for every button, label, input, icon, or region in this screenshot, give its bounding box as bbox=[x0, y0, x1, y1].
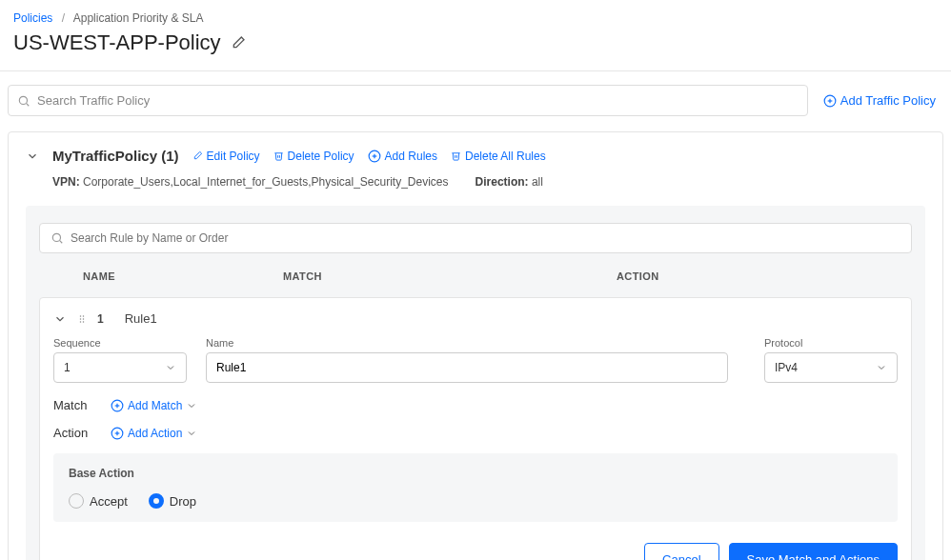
svg-point-13 bbox=[83, 318, 85, 320]
sequence-value: 1 bbox=[64, 361, 71, 374]
breadcrumb: Policies / Application Priority & SLA bbox=[0, 0, 951, 30]
radio-circle-checked-icon bbox=[149, 493, 164, 509]
delete-all-rules-link[interactable]: Delete All Rules bbox=[451, 150, 546, 163]
trash-icon bbox=[451, 150, 461, 161]
breadcrumb-separator: / bbox=[62, 11, 65, 25]
svg-point-8 bbox=[52, 233, 60, 241]
svg-line-9 bbox=[60, 241, 63, 244]
add-traffic-policy-link[interactable]: Add Traffic Policy bbox=[823, 93, 936, 108]
radio-accept[interactable]: Accept bbox=[69, 493, 128, 509]
rules-panel: NAME MATCH ACTION 1 Rule1 Sequence 1 bbox=[26, 206, 925, 560]
sequence-select[interactable]: 1 bbox=[53, 352, 187, 383]
trash-icon bbox=[273, 150, 284, 161]
chevron-down-icon bbox=[876, 362, 887, 373]
rule-title: Rule1 bbox=[125, 311, 157, 326]
plus-circle-icon bbox=[111, 427, 124, 440]
save-button[interactable]: Save Match and Actions bbox=[729, 543, 898, 560]
chevron-down-icon[interactable] bbox=[53, 312, 67, 326]
search-icon bbox=[17, 94, 30, 108]
direction-label: Direction: bbox=[476, 175, 529, 189]
vpn-label: VPN: bbox=[52, 175, 80, 189]
add-match-link[interactable]: Add Match bbox=[111, 399, 197, 412]
protocol-select[interactable]: IPv4 bbox=[764, 352, 898, 383]
policy-name: MyTrafficPolicy (1) bbox=[52, 148, 179, 164]
chevron-down-icon bbox=[186, 400, 197, 411]
page-title: US-WEST-APP-Policy bbox=[13, 30, 221, 55]
cancel-button[interactable]: Cancel bbox=[644, 543, 718, 560]
policy-header: MyTrafficPolicy (1) Edit Policy Delete P… bbox=[9, 132, 942, 171]
protocol-label: Protocol bbox=[764, 337, 898, 349]
radio-circle-icon bbox=[69, 493, 84, 509]
chevron-down-icon bbox=[186, 428, 197, 439]
name-input[interactable] bbox=[206, 352, 728, 383]
edit-title-icon[interactable] bbox=[231, 35, 246, 50]
rule-columns-header: NAME MATCH ACTION bbox=[26, 261, 925, 291]
base-action-box: Base Action Accept Drop bbox=[53, 453, 898, 522]
chevron-down-icon[interactable] bbox=[26, 150, 39, 163]
policy-search-row: Add Traffic Policy bbox=[0, 71, 951, 126]
search-icon bbox=[51, 231, 64, 245]
plus-circle-icon bbox=[111, 399, 124, 412]
page-title-row: US-WEST-APP-Policy bbox=[0, 30, 951, 70]
sequence-label: Sequence bbox=[53, 337, 187, 349]
protocol-value: IPv4 bbox=[775, 361, 798, 374]
breadcrumb-current: Application Priority & SLA bbox=[73, 11, 204, 25]
svg-point-10 bbox=[80, 315, 82, 317]
svg-point-15 bbox=[83, 321, 85, 323]
policy-card: MyTrafficPolicy (1) Edit Policy Delete P… bbox=[8, 131, 943, 560]
svg-point-11 bbox=[83, 315, 85, 317]
add-action-link[interactable]: Add Action bbox=[111, 427, 197, 440]
name-label: Name bbox=[206, 337, 728, 349]
column-name: NAME bbox=[83, 270, 283, 282]
breadcrumb-root-link[interactable]: Policies bbox=[13, 11, 52, 25]
drag-handle-icon[interactable] bbox=[76, 313, 88, 325]
edit-policy-link[interactable]: Edit Policy bbox=[192, 150, 260, 163]
delete-policy-link[interactable]: Delete Policy bbox=[273, 150, 354, 163]
rule-search-input[interactable] bbox=[39, 223, 912, 253]
match-section-label: Match bbox=[53, 398, 99, 412]
base-action-title: Base Action bbox=[69, 467, 882, 480]
radio-drop[interactable]: Drop bbox=[149, 493, 196, 509]
chevron-down-icon bbox=[165, 362, 176, 373]
svg-line-1 bbox=[27, 103, 30, 106]
add-rules-link[interactable]: Add Rules bbox=[368, 150, 437, 163]
vpn-value: Corporate_Users,Local_Internet_for_Guest… bbox=[83, 175, 449, 189]
column-action: ACTION bbox=[617, 270, 912, 282]
policy-meta: VPN: Corporate_Users,Local_Internet_for_… bbox=[9, 171, 942, 202]
rule-order: 1 bbox=[97, 312, 104, 326]
plus-circle-icon bbox=[368, 150, 381, 163]
svg-point-14 bbox=[80, 321, 82, 323]
svg-point-12 bbox=[80, 318, 82, 320]
column-match: MATCH bbox=[283, 270, 617, 282]
plus-circle-icon bbox=[823, 94, 837, 108]
add-policy-label: Add Traffic Policy bbox=[840, 93, 936, 108]
direction-value: all bbox=[532, 175, 543, 189]
action-section-label: Action bbox=[53, 426, 99, 440]
search-input[interactable] bbox=[8, 85, 808, 116]
svg-point-0 bbox=[19, 96, 27, 104]
pencil-icon bbox=[192, 150, 203, 161]
rule-item: 1 Rule1 Sequence 1 Name Protocol bbox=[39, 297, 912, 560]
